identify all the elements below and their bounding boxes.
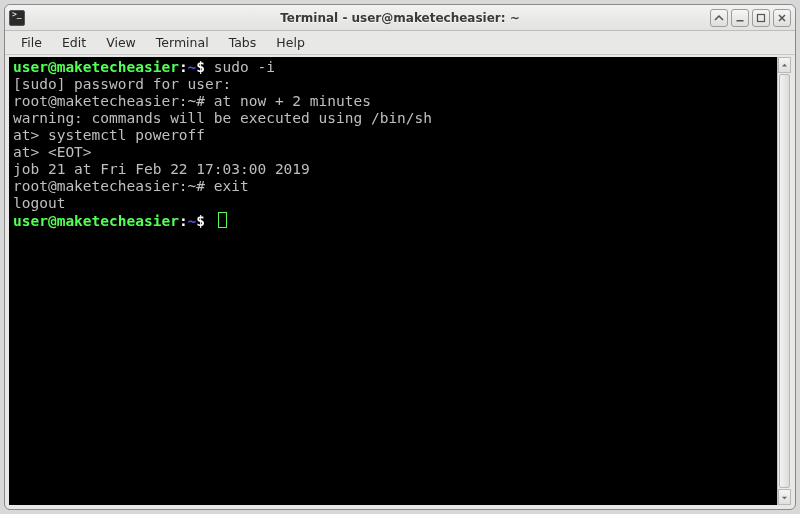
titlebar[interactable]: Terminal - user@maketecheasier: ~: [5, 5, 795, 31]
arrow-down-icon: [781, 494, 788, 501]
terminal-line: user@maketecheasier:~$: [13, 212, 787, 230]
scroll-down-button[interactable]: [778, 489, 791, 505]
terminal-window: Terminal - user@maketecheasier: ~ File E…: [4, 4, 796, 510]
arrow-up-icon: [781, 62, 788, 69]
terminal-line: warning: commands will be executed using…: [13, 110, 787, 127]
terminal-app-icon: [9, 10, 25, 26]
scrollbar[interactable]: [777, 57, 791, 505]
close-button[interactable]: [773, 9, 791, 27]
svg-rect-1: [758, 14, 765, 21]
terminal-content: user@maketecheasier:~$ sudo -i[sudo] pas…: [13, 59, 787, 230]
svg-rect-0: [737, 20, 744, 22]
terminal-line: root@maketecheasier:~# at now + 2 minute…: [13, 93, 787, 110]
menu-view[interactable]: View: [96, 32, 146, 53]
close-icon: [777, 13, 787, 23]
caret-up-icon: [714, 13, 724, 23]
terminal-line: at> <EOT>: [13, 144, 787, 161]
minimize-button[interactable]: [731, 9, 749, 27]
keep-above-button[interactable]: [710, 9, 728, 27]
cursor: [218, 212, 227, 228]
scroll-up-button[interactable]: [778, 57, 791, 73]
terminal-line: [sudo] password for user:: [13, 76, 787, 93]
terminal-viewport[interactable]: user@maketecheasier:~$ sudo -i[sudo] pas…: [9, 57, 791, 505]
menu-tabs[interactable]: Tabs: [219, 32, 267, 53]
terminal-line: logout: [13, 195, 787, 212]
minimize-icon: [735, 13, 745, 23]
menubar: File Edit View Terminal Tabs Help: [5, 31, 795, 55]
terminal-line: root@maketecheasier:~# exit: [13, 178, 787, 195]
maximize-icon: [756, 13, 766, 23]
window-title: Terminal - user@maketecheasier: ~: [5, 11, 795, 25]
terminal-line: user@maketecheasier:~$ sudo -i: [13, 59, 787, 76]
window-controls: [710, 9, 791, 27]
menu-file[interactable]: File: [11, 32, 52, 53]
maximize-button[interactable]: [752, 9, 770, 27]
scrollbar-thumb[interactable]: [779, 74, 790, 488]
terminal-line: job 21 at Fri Feb 22 17:03:00 2019: [13, 161, 787, 178]
terminal-line: at> systemctl poweroff: [13, 127, 787, 144]
menu-terminal[interactable]: Terminal: [146, 32, 219, 53]
menu-edit[interactable]: Edit: [52, 32, 96, 53]
menu-help[interactable]: Help: [266, 32, 315, 53]
